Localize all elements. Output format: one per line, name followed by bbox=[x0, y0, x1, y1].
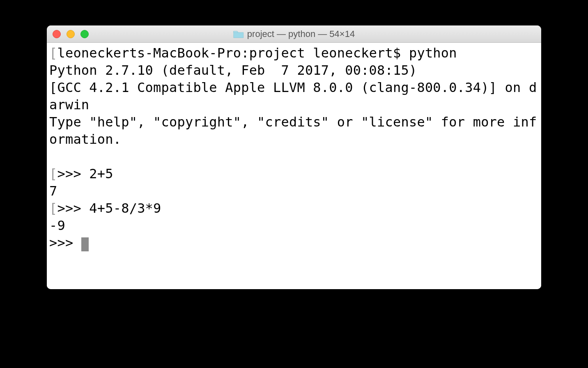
repl-prompt: >>> bbox=[57, 200, 89, 216]
repl-output: 7 bbox=[49, 183, 57, 199]
folder-icon bbox=[233, 30, 244, 38]
window-title-text: project — python — 54×14 bbox=[247, 29, 355, 39]
repl-input: 4+5-8/3*9 bbox=[89, 200, 161, 216]
close-button[interactable] bbox=[53, 30, 61, 38]
repl-output: -9 bbox=[49, 218, 65, 233]
bracket-open-icon: [ bbox=[49, 200, 57, 216]
repl-current-prompt: >>> bbox=[49, 235, 81, 251]
terminal-window: project — python — 54×14 [leoneckerts-Ma… bbox=[47, 25, 541, 289]
cursor bbox=[81, 237, 89, 251]
maximize-button[interactable] bbox=[80, 30, 89, 38]
bracket-open-icon: [ bbox=[49, 166, 57, 182]
terminal-body[interactable]: [leoneckerts-MacBook-Pro:project leoneck… bbox=[47, 43, 541, 289]
repl-input: 2+5 bbox=[89, 166, 113, 182]
repl-prompt: >>> bbox=[57, 166, 89, 182]
shell-prompt-line: leoneckerts-MacBook-Pro:project leonecke… bbox=[57, 45, 457, 61]
traffic-lights bbox=[53, 30, 89, 38]
titlebar[interactable]: project — python — 54×14 bbox=[47, 25, 541, 43]
bracket-open-icon: [ bbox=[49, 45, 57, 61]
window-title: project — python — 54×14 bbox=[233, 29, 355, 39]
minimize-button[interactable] bbox=[67, 30, 75, 38]
python-banner: Python 2.7.10 (default, Feb 7 2017, 00:0… bbox=[49, 62, 539, 148]
